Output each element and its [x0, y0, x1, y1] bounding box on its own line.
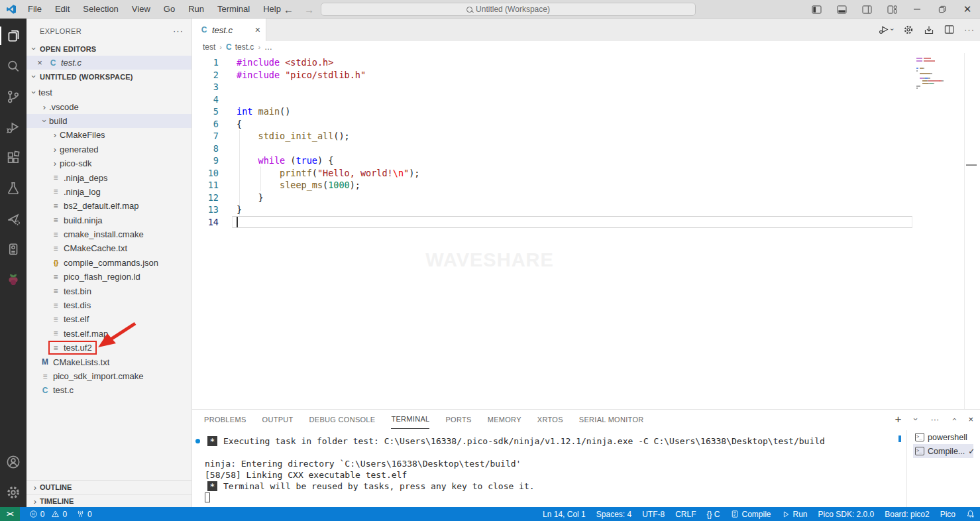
- open-editors-header[interactable]: › OPEN EDITORS: [27, 42, 191, 56]
- command-center-search[interactable]: Untitled (Workspace): [321, 3, 696, 16]
- panel-tab-terminal[interactable]: TERMINAL: [391, 410, 429, 429]
- tab-close-icon[interactable]: ×: [255, 25, 260, 35]
- terminal-item-compile[interactable]: >_ Compile... ✓: [913, 444, 973, 458]
- activitybar-accounts[interactable]: [0, 454, 27, 470]
- panel-tab-xrtos[interactable]: XRTOS: [537, 410, 563, 429]
- split-editor-button[interactable]: [944, 25, 954, 34]
- activitybar-raspberry-pi[interactable]: [0, 272, 27, 288]
- pico-sdk-version[interactable]: Pico SDK: 2.0.0: [818, 510, 875, 519]
- ports-indicator[interactable]: 0: [76, 510, 92, 519]
- terminal-dropdown-icon[interactable]: ›: [911, 415, 921, 424]
- flash-project-button[interactable]: [924, 25, 934, 35]
- tree-item-test-dis[interactable]: ≡test.dis: [27, 298, 191, 312]
- breadcrumb[interactable]: test › C test.c › …: [192, 41, 980, 53]
- editor-settings-gear[interactable]: [903, 25, 914, 35]
- explorer-more-actions[interactable]: ···: [173, 26, 184, 36]
- new-terminal-button[interactable]: +: [895, 413, 901, 426]
- pico[interactable]: Pico: [940, 510, 955, 519]
- tree-item-build[interactable]: ›build: [27, 114, 191, 128]
- tree-item-cmakecache-txt[interactable]: ≡CMakeCache.txt: [27, 241, 191, 255]
- menu-run[interactable]: Run: [182, 2, 210, 16]
- close-panel-icon[interactable]: ×: [968, 414, 973, 424]
- tree-item-build-ninja[interactable]: ≡build.ninja: [27, 213, 191, 227]
- activitybar-pico-pinout[interactable]: [0, 241, 27, 257]
- panel-tab-memory[interactable]: MEMORY: [488, 410, 521, 429]
- activitybar-testing[interactable]: [0, 180, 27, 196]
- compile-button[interactable]: Compile: [731, 510, 771, 519]
- tree-item-bs2-default-elf-map[interactable]: ≡bs2_default.elf.map: [27, 199, 191, 213]
- activitybar-explorer[interactable]: [0, 28, 27, 44]
- timeline-section[interactable]: › TIMELINE: [27, 494, 191, 507]
- breadcrumb-file[interactable]: test.c: [235, 42, 254, 52]
- menu-view[interactable]: View: [126, 2, 156, 16]
- breadcrumb-symbol[interactable]: …: [264, 42, 272, 52]
- menu-edit[interactable]: Edit: [49, 2, 76, 16]
- tree-item-test-uf2[interactable]: ≡test.uf2: [27, 341, 191, 355]
- customize-layout-icon[interactable]: [879, 0, 904, 19]
- layout-sidebar-right-icon[interactable]: [854, 0, 879, 19]
- activitybar-search[interactable]: [0, 58, 27, 74]
- terminal-output[interactable]: *Executing task in folder test: C:\Users…: [192, 429, 905, 508]
- panel-tab-serial-monitor[interactable]: SERIAL MONITOR: [579, 410, 644, 429]
- notifications-bell[interactable]: [966, 510, 975, 518]
- menu-go[interactable]: Go: [158, 2, 181, 16]
- menu-terminal[interactable]: Terminal: [211, 2, 256, 16]
- tree-item-compile-commands-json[interactable]: {}compile_commands.json: [27, 256, 191, 270]
- minimap[interactable]: [916, 57, 956, 92]
- run-or-debug-button[interactable]: ›: [879, 24, 893, 35]
- activitybar-run-and-debug[interactable]: [0, 119, 27, 135]
- layout-sidebar-left-icon[interactable]: [804, 0, 829, 19]
- problems-indicator[interactable]: 0 0: [29, 510, 67, 519]
- scrollbar-marker[interactable]: [966, 164, 977, 166]
- panel-tab-output[interactable]: OUTPUT: [262, 410, 294, 429]
- activitybar-extensions[interactable]: [0, 150, 27, 166]
- code-editor[interactable]: 1#include <stdio.h>2#include "pico/stdli…: [192, 53, 980, 409]
- tree-item-test-bin[interactable]: ≡test.bin: [27, 284, 191, 298]
- minimize-button[interactable]: [904, 0, 930, 19]
- activitybar-settings[interactable]: [0, 485, 27, 500]
- layout-panel-icon[interactable]: [829, 0, 854, 19]
- panel-tab-problems[interactable]: PROBLEMS: [204, 410, 246, 429]
- tree-item-test[interactable]: ›test: [27, 86, 191, 99]
- tree-item-generated[interactable]: ›generated: [27, 143, 191, 156]
- tree-item-pico-sdk[interactable]: ›pico-sdk: [27, 156, 191, 170]
- encoding[interactable]: UTF-8: [642, 510, 665, 519]
- activitybar-source-control[interactable]: [0, 89, 27, 105]
- tree-item-test-elf[interactable]: ≡test.elf: [27, 312, 191, 326]
- maximize-panel-icon[interactable]: ›: [949, 415, 959, 424]
- close-button[interactable]: ✕: [955, 0, 980, 19]
- terminal-item-powershell[interactable]: >_ powershell: [913, 430, 973, 444]
- breadcrumb-folder[interactable]: test: [203, 42, 215, 52]
- activitybar-cmake-tools[interactable]: [0, 211, 27, 227]
- remote-indicator[interactable]: ><: [0, 507, 20, 521]
- tree-item-test-c[interactable]: Ctest.c: [27, 383, 191, 397]
- menu-selection[interactable]: Selection: [77, 2, 124, 16]
- tree-item-ninja-deps[interactable]: ≡.ninja_deps: [27, 170, 191, 184]
- tree-item-vscode[interactable]: ›.vscode: [27, 99, 191, 113]
- tree-item-test-elf-map[interactable]: ≡test.elf.map: [27, 327, 191, 341]
- editor-more-actions[interactable]: ···: [964, 25, 975, 34]
- panel-tab-ports[interactable]: PORTS: [445, 410, 471, 429]
- menu-file[interactable]: File: [22, 2, 48, 16]
- nav-forward-arrow[interactable]: →: [304, 4, 314, 15]
- eol[interactable]: CRLF: [675, 510, 696, 519]
- tree-item-ninja-log[interactable]: ≡.ninja_log: [27, 185, 191, 199]
- panel-more-actions[interactable]: ···: [930, 414, 939, 424]
- open-editor-test-c[interactable]: × C test.c: [27, 56, 191, 70]
- outline-section[interactable]: › OUTLINE: [27, 480, 191, 494]
- tree-item-pico-sdk-import-cmake[interactable]: ≡pico_sdk_import.cmake: [27, 369, 191, 383]
- indentation[interactable]: Spaces: 4: [596, 510, 631, 519]
- tab-test-c[interactable]: C test.c ×: [192, 19, 266, 41]
- board[interactable]: Board: pico2: [885, 510, 929, 519]
- workspace-header[interactable]: › UNTITLED (WORKSPACE): [27, 70, 191, 84]
- close-icon[interactable]: ×: [34, 58, 45, 68]
- nav-back-arrow[interactable]: ←: [284, 4, 294, 15]
- tree-item-pico-flash-region-ld[interactable]: ≡pico_flash_region.ld: [27, 270, 191, 284]
- menu-help[interactable]: Help: [257, 2, 287, 16]
- tree-item-cmakefiles[interactable]: ›CMakeFiles: [27, 128, 191, 142]
- panel-tab-debug-console[interactable]: DEBUG CONSOLE: [309, 410, 376, 429]
- tree-item-cmakelists-txt[interactable]: MCMakeLists.txt: [27, 355, 191, 369]
- run-button[interactable]: Run: [782, 510, 808, 519]
- cursor-position[interactable]: Ln 14, Col 1: [543, 510, 586, 519]
- language-mode[interactable]: {} C: [707, 510, 720, 519]
